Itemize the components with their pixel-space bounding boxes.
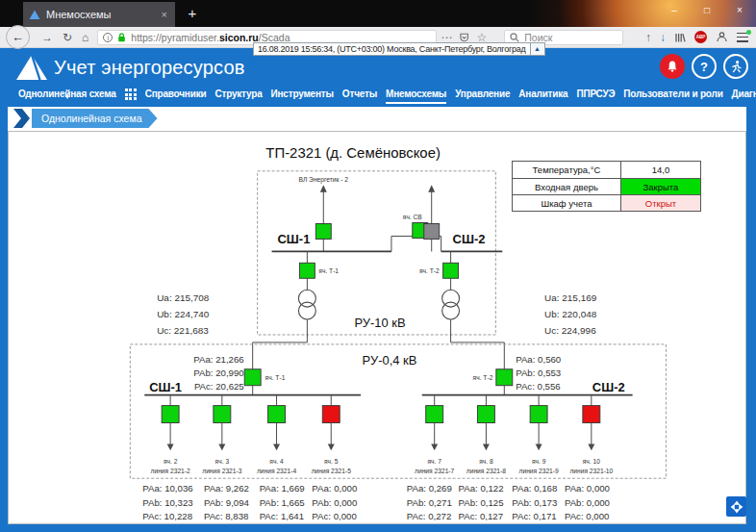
new-tab-button[interactable]: + [181, 3, 204, 24]
ub-right: Ub: 220,048 [544, 309, 597, 319]
feeder-breaker[interactable] [426, 406, 443, 423]
expand-arrows-icon [729, 499, 744, 515]
feeder-breaker[interactable] [477, 406, 494, 423]
table-row: Температура,°С 14,0 [513, 162, 700, 178]
window-maximize-button[interactable]: □ [691, 0, 723, 23]
browser-menu-icon[interactable] [737, 33, 748, 42]
search-icon [510, 33, 519, 42]
ru10-boundary [258, 171, 496, 335]
nav-item-pprsue[interactable]: ППРСУЭ [576, 85, 615, 104]
feeder-line-label: линия 2321-5 [312, 468, 351, 474]
status-label: Входная дверь [513, 179, 621, 194]
nav-item-spravochniki[interactable]: Справочники [145, 85, 207, 104]
feeder-5-readings: PAa: 0,000 PAb: 0,000 PAc: 0,000 [312, 483, 357, 521]
incoming-left-breaker[interactable] [315, 224, 331, 240]
incoming-right-breaker[interactable] [424, 224, 440, 240]
pac: PAc: 10,228 [142, 511, 192, 521]
alarms-button[interactable] [660, 54, 685, 79]
fullscreen-button[interactable] [726, 496, 746, 517]
pocket-icon[interactable] [459, 32, 469, 43]
feeder-line-label: линия 2321-8 [466, 468, 506, 474]
datetime-collapse-button[interactable]: ▲ [530, 43, 544, 55]
arrow-down-icon [536, 443, 542, 450]
arrow-down-icon [588, 443, 594, 450]
t1-10kv-breaker[interactable] [299, 263, 315, 278]
paa: PAa: 9,262 [204, 483, 249, 494]
back-button[interactable]: ← [6, 25, 30, 49]
download-icon[interactable]: ↓ [660, 27, 666, 48]
feeder-breaker[interactable] [583, 406, 600, 423]
arrow-down-icon [431, 443, 438, 450]
feeder-cell-10[interactable]: яч. 10 линия 2321-10 [569, 395, 613, 474]
t2-10kv-breaker[interactable] [443, 263, 459, 278]
nav-item-instrumenty[interactable]: Инструменты [271, 85, 334, 104]
t2-04kv-breaker[interactable] [496, 369, 513, 386]
library-icon[interactable] [674, 32, 686, 43]
help-button[interactable]: ? [692, 54, 717, 79]
t2-04kv-label: яч. Т-2 [473, 374, 493, 381]
send-to-device-icon[interactable]: ↑ [645, 27, 651, 48]
feeder-cell-3[interactable]: яч. 3 линия 2321-3 [202, 395, 241, 474]
feeder-cell-8[interactable]: яч. 8 линия 2321-8 [466, 395, 506, 474]
refresh-button[interactable]: ↻ [63, 27, 72, 48]
feeder-cell-label: яч. 3 [215, 458, 230, 465]
page-info-icon[interactable]: i [103, 33, 113, 42]
arrow-up-icon [320, 185, 327, 191]
feeder-cell-5[interactable]: яч. 5 линия 2321-5 [312, 395, 351, 474]
window-close-button[interactable]: × [723, 0, 756, 23]
paa: PAa: 1,669 [260, 483, 305, 494]
pac: PAc: 1,641 [260, 511, 304, 521]
uc-right: Uc: 224,996 [544, 325, 596, 336]
nav-item-upravlenie[interactable]: Управление [455, 85, 510, 104]
forward-button[interactable]: → [41, 27, 53, 48]
nav-item-analitika[interactable]: Аналитика [518, 85, 567, 104]
question-icon: ? [700, 60, 708, 74]
ua-right: Ua: 215,169 [544, 292, 597, 303]
nav-item-diagnostika[interactable]: Диагностика [732, 85, 756, 104]
home-button[interactable]: ⌂ [82, 27, 88, 48]
pac: PAc: 8,838 [204, 511, 248, 521]
feeder-cell-2[interactable]: яч. 2 линия 2321-2 [151, 395, 190, 474]
nav-item-polzovateli-i-roli[interactable]: Пользователи и роли [623, 85, 722, 104]
logout-button[interactable] [723, 54, 748, 79]
feeder-breaker[interactable] [214, 406, 231, 423]
nav-item-odnolineynaya-shema[interactable]: Однолинейная схема▼ [18, 85, 116, 104]
feeder-breaker[interactable] [268, 406, 286, 423]
feeder-cell-label: яч. 8 [479, 458, 493, 465]
nav-item-otchety[interactable]: Отчеты [342, 85, 377, 104]
breadcrumb[interactable]: Однолинейная схема [13, 109, 158, 128]
tab-close-icon[interactable]: × [160, 9, 169, 20]
feeder-breaker[interactable] [530, 406, 547, 423]
nav-item-struktura[interactable]: Структура [214, 85, 262, 104]
feeder-breaker[interactable] [322, 406, 340, 423]
paa: PAa: 0,000 [312, 483, 357, 494]
t1-10kv-label: яч. Т-1 [318, 267, 339, 274]
status-value: Открыт [621, 195, 700, 211]
feeder-breaker[interactable] [162, 406, 179, 423]
scheme-card: ТП-2321 (д. Семёновское) ВЛ Энергетик - … [8, 131, 746, 524]
t1-pab: PAb: 20,990 [193, 367, 243, 378]
nav-item-mnemoskhemy[interactable]: Мнемосхемы [386, 85, 446, 104]
t2-pab: PAb: 0,553 [516, 367, 561, 378]
pab: PAb: 10,323 [142, 497, 192, 508]
feeder-cell-4[interactable]: яч. 4 линия 2321-4 [257, 395, 296, 474]
window-minimize-button[interactable]: – [658, 0, 691, 23]
paa: PAa: 10,036 [142, 483, 192, 494]
feeder-cell-9[interactable]: яч. 9 линия 2321-9 [519, 395, 559, 474]
t1-04kv-breaker[interactable] [244, 369, 261, 386]
apps-grid-icon[interactable] [125, 89, 137, 100]
feeder-cell-7[interactable]: яч. 7 линия 2321-7 [415, 395, 454, 474]
feeder-line-label: линия 2321-2 [151, 468, 190, 474]
browser-tab[interactable]: Мнемосхемы × [23, 2, 175, 27]
status-value: 14,0 [621, 162, 700, 178]
table-row: Шкаф учета Открыт [513, 194, 700, 211]
paa: PAa: 0,122 [459, 483, 504, 494]
feeder-7-readings: PAa: 0,269 PAb: 0,271 PAc: 0,272 [407, 483, 452, 521]
profile-icon[interactable] [716, 31, 728, 43]
adblock-icon[interactable]: ABP [694, 31, 707, 43]
t1-04kv-label: яч. Т-1 [265, 374, 286, 381]
screen: Мнемосхемы × + – □ × ← → ↻ ⌂ i https://p… [0, 0, 756, 532]
datetime-text: 16.08.2019 15:56:34, (UTC+03:00) Москва,… [254, 43, 530, 55]
app-root: Учет энергоресурсов ? Однолинейная схема… [0, 48, 756, 532]
paa: PAa: 0,000 [565, 483, 610, 494]
